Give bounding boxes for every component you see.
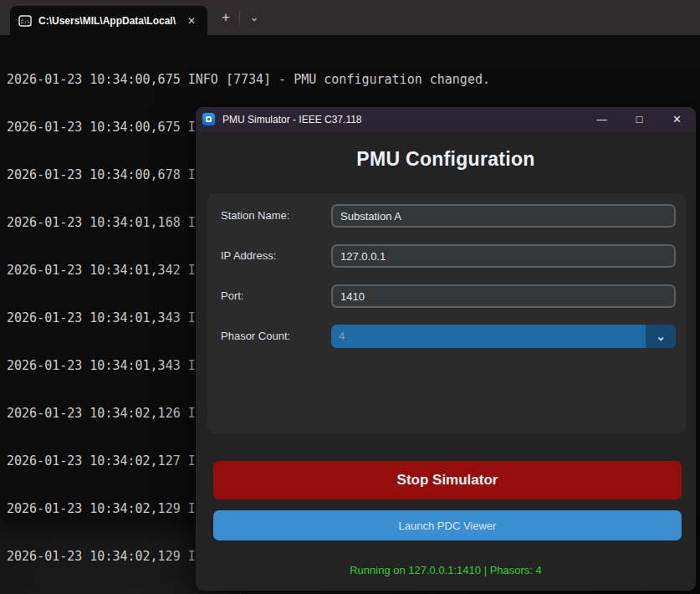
phasor-count-label: Phasor Count: <box>221 325 290 348</box>
port-input[interactable] <box>331 284 676 308</box>
launch-pdc-viewer-button[interactable]: Launch PDC Viewer <box>213 510 682 540</box>
port-row: Port: <box>207 284 686 308</box>
tabbar-divider <box>239 11 240 24</box>
maximize-button[interactable]: □ <box>621 107 658 131</box>
phasor-count-combobox[interactable]: 4 ⌄ <box>331 325 676 348</box>
dialog-title: PMU Simulator - IEEE C37.118 <box>222 114 583 125</box>
phasor-count-value: 4 <box>339 325 345 348</box>
terminal-tab-title: C:\Users\MIL\AppData\Local\ <box>38 15 177 27</box>
stop-simulator-button[interactable]: Stop Simulator <box>213 461 682 499</box>
station-name-label: Station Name: <box>221 204 289 228</box>
close-button[interactable]: ✕ <box>658 107 696 131</box>
log-line: 2026-01-23 10:34:00,675 INFO [7734] - PM… <box>7 72 700 88</box>
status-text: Running on 127.0.0.1:1410 | Phasors: 4 <box>196 564 696 576</box>
tab-close-icon[interactable]: ✕ <box>184 13 199 28</box>
dialog-titlebar[interactable]: PMU Simulator - IEEE C37.118 — □ ✕ <box>196 107 696 131</box>
ip-address-label: IP Address: <box>221 244 276 268</box>
phasor-count-row: Phasor Count: 4 ⌄ <box>207 325 686 348</box>
desktop: C:\ C:\Users\MIL\AppData\Local\ ✕ + ⌄ 20… <box>0 0 700 594</box>
chevron-down-icon[interactable]: ⌄ <box>646 325 676 348</box>
tab-dropdown-button[interactable]: ⌄ <box>244 8 264 28</box>
configuration-form-panel: Station Name: IP Address: Port: Phasor C… <box>207 193 686 433</box>
port-label: Port: <box>221 284 243 308</box>
svg-text:C:\: C:\ <box>21 18 30 23</box>
command-prompt-icon: C:\ <box>18 15 32 27</box>
app-icon <box>202 113 215 125</box>
ip-address-row: IP Address: <box>207 244 686 268</box>
ip-address-input[interactable] <box>331 244 676 268</box>
new-tab-button[interactable]: + <box>216 8 236 28</box>
station-name-input[interactable] <box>331 204 676 228</box>
window-controls: — □ ✕ <box>583 107 696 131</box>
page-title: PMU Configuration <box>196 148 696 171</box>
station-name-row: Station Name: <box>207 204 686 228</box>
terminal-tab[interactable]: C:\ C:\Users\MIL\AppData\Local\ ✕ <box>10 6 207 35</box>
pmu-simulator-window: PMU Simulator - IEEE C37.118 — □ ✕ PMU C… <box>196 107 696 591</box>
terminal-tab-bar: C:\ C:\Users\MIL\AppData\Local\ ✕ + ⌄ <box>0 0 700 35</box>
minimize-button[interactable]: — <box>583 107 621 131</box>
